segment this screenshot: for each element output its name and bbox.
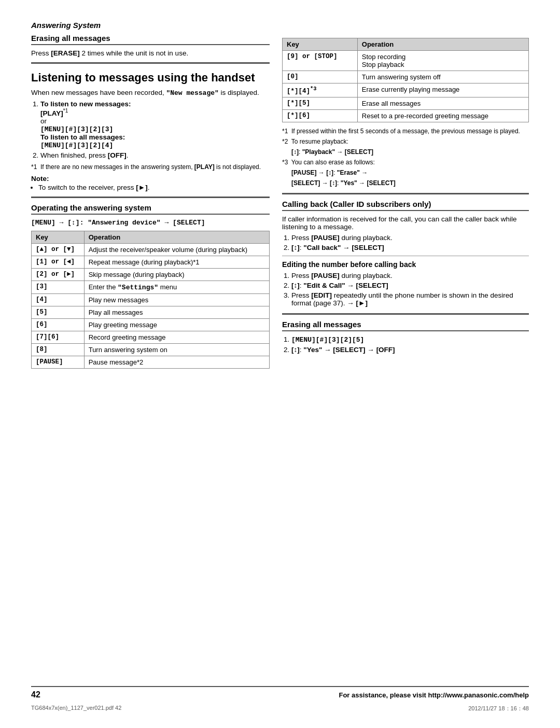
- page-footer: 42 For assistance, please visit http://w…: [0, 686, 560, 712]
- key-cell: [▲] or [▼]: [32, 243, 85, 256]
- left-column: Erasing all messages Press [ERASE] 2 tim…: [31, 34, 270, 369]
- footer-bottom: TG684x7x(en)_1127_ver021.pdf 42 2012/11/…: [31, 705, 529, 712]
- right-footnotes: *1 If pressed within the first 5 seconds…: [282, 128, 529, 187]
- cb-step1: Press [PAUSE] during playback.: [291, 234, 529, 242]
- fn3-detail1: [PAUSE] → [↕]: "Erase" →: [291, 169, 529, 176]
- op-cell: Reset to a pre-recorded greeting message: [357, 110, 528, 122]
- table2-col2-header: Operation: [357, 38, 528, 51]
- table-row: [6]Play greeting message: [32, 318, 270, 331]
- cb-step2: [↕]: "Call back" → [SELECT]: [291, 244, 529, 251]
- table-row: [*][6]Reset to a pre-recorded greeting m…: [283, 110, 529, 122]
- editing-title: Editing the number before calling back: [282, 260, 529, 269]
- op-cell: Erase all messages: [357, 97, 528, 110]
- date-info: 2012/11/27 18：16：48: [468, 705, 529, 712]
- operating-menu: [MENU] → [↕]: "Answering device" → [SELE…: [31, 219, 270, 227]
- divider4: [282, 256, 529, 256]
- divider2: [31, 197, 270, 198]
- calling-back-title: Calling back (Caller ID subscribers only…: [282, 200, 529, 211]
- op-cell: Play all messages: [84, 306, 269, 318]
- listening-steps: To listen to new messages: [PLAY]*1 or […: [40, 100, 270, 159]
- op-cell: Repeat message (during playback)*1: [84, 256, 269, 268]
- fn2-right: *2 To resume playback:: [282, 138, 529, 145]
- key-cell: [1] or [◄]: [32, 256, 85, 268]
- table-row: [*][5]Erase all messages: [283, 97, 529, 110]
- operating-table: Key Operation [▲] or [▼]Adjust the recei…: [31, 231, 270, 369]
- op-cell: Skip message (during playback): [84, 268, 269, 281]
- erasing-body-top: Press [ERASE] 2 times while the unit is …: [31, 49, 270, 57]
- operating-section: Operating the answering system [MENU] → …: [31, 203, 270, 369]
- listening-step1: To listen to new messages: [PLAY]*1 or […: [40, 100, 270, 149]
- note-item1: To switch to the receiver, press [►].: [38, 184, 270, 191]
- key-cell: [*][5]: [283, 97, 358, 110]
- listening-section: Listening to messages using the handset …: [31, 71, 270, 191]
- ed-step1: Press [PAUSE] during playback.: [291, 272, 529, 279]
- editing-section: Editing the number before calling back P…: [282, 260, 529, 307]
- right-table: Key Operation [9] or [STOP]Stop recordin…: [282, 38, 529, 122]
- table-row: [8]Turn answering system on: [32, 343, 270, 356]
- divider5: [282, 313, 529, 315]
- table-row: [5]Play all messages: [32, 306, 270, 318]
- er2-step1: [MENU][#][3][2][5]: [291, 335, 529, 344]
- editing-steps: Press [PAUSE] during playback. [↕]: "Edi…: [291, 272, 529, 307]
- fn3-right: *3 You can also erase as follows:: [282, 159, 529, 166]
- op-cell: Turn answering system on: [84, 343, 269, 356]
- erasing-title-top: Erasing all messages: [31, 34, 270, 45]
- key-cell: [5]: [32, 306, 85, 318]
- divider3: [282, 193, 529, 194]
- table-row: [3]Enter the "Settings" menu: [32, 281, 270, 293]
- key-cell: [7][6]: [32, 331, 85, 343]
- file-info: TG684x7x(en)_1127_ver021.pdf 42: [31, 705, 121, 712]
- right-column: Key Operation [9] or [STOP]Stop recordin…: [282, 34, 529, 358]
- fn3-detail2: [SELECT] → [↕]: "Yes" → [SELECT]: [291, 179, 529, 187]
- ed-step3: Press [EDIT] repeatedly until the phone …: [291, 291, 529, 307]
- page: Answering System Erasing all messages Pr…: [0, 0, 560, 728]
- fn2-detail: [↕]: "Playback" → [SELECT]: [291, 148, 529, 156]
- table-row: [1] or [◄]Repeat message (during playbac…: [32, 256, 270, 268]
- table-row: [4]Play new messages: [32, 293, 270, 306]
- calling-back-section: Calling back (Caller ID subscribers only…: [282, 200, 529, 251]
- op-cell: Erase currently playing message: [357, 83, 528, 97]
- op-cell: Enter the "Settings" menu: [84, 281, 269, 293]
- table-row: [0]Turn answering system off: [283, 71, 529, 83]
- key-cell: [3]: [32, 281, 85, 293]
- ed-step2: [↕]: "Edit & Call" → [SELECT]: [291, 282, 529, 289]
- table-row: [▲] or [▼]Adjust the receiver/speaker vo…: [32, 243, 270, 256]
- divider1: [31, 62, 270, 64]
- er2-step2: [↕]: "Yes" → [SELECT] → [OFF]: [291, 346, 529, 354]
- key-cell: [2] or [►]: [32, 268, 85, 281]
- erasing-title-right: Erasing all messages: [282, 320, 529, 331]
- listening-footnote1: *1 If there are no new messages in the a…: [31, 163, 270, 171]
- table2-col1-header: Key: [283, 38, 358, 51]
- table-row: [9] or [STOP]Stop recording Stop playbac…: [283, 51, 529, 71]
- key-cell: [0]: [283, 71, 358, 83]
- operating-title: Operating the answering system: [31, 203, 270, 215]
- help-text: For assistance, please visit http://www.…: [339, 691, 529, 699]
- table-row: [2] or [►]Skip message (during playback): [32, 268, 270, 281]
- note-block: Note: To switch to the receiver, press […: [31, 175, 270, 191]
- op-cell: Adjust the receiver/speaker volume (duri…: [84, 243, 269, 256]
- key-cell: [4]: [32, 293, 85, 306]
- op-cell: Stop recording Stop playback: [357, 51, 528, 71]
- op-cell: Play new messages: [84, 293, 269, 306]
- erasing-right-steps: [MENU][#][3][2][5] [↕]: "Yes" → [SELECT]…: [291, 335, 529, 354]
- op-cell: Play greeting message: [84, 318, 269, 331]
- erasing-section-right: Erasing all messages [MENU][#][3][2][5] …: [282, 320, 529, 354]
- key-cell: [*][6]: [283, 110, 358, 122]
- key-cell: [PAUSE]: [32, 356, 85, 368]
- two-col-layout: Erasing all messages Press [ERASE] 2 tim…: [31, 34, 529, 369]
- note-label: Note:: [31, 175, 270, 183]
- table1-col1-header: Key: [32, 231, 85, 243]
- listening-body: When new messages have been recorded, "N…: [31, 89, 270, 97]
- table-row: [PAUSE]Pause message*2: [32, 356, 270, 368]
- footer-top: 42 For assistance, please visit http://w…: [31, 686, 529, 699]
- key-cell: [6]: [32, 318, 85, 331]
- fn1-right: *1 If pressed within the first 5 seconds…: [282, 128, 529, 135]
- listening-step2: When finished, press [OFF].: [40, 151, 270, 159]
- op-cell: Pause message*2: [84, 356, 269, 368]
- erasing-section-top: Erasing all messages Press [ERASE] 2 tim…: [31, 34, 270, 57]
- op-cell: Turn answering system off: [357, 71, 528, 83]
- calling-back-steps: Press [PAUSE] during playback. [↕]: "Cal…: [291, 234, 529, 251]
- calling-back-body: If caller information is received for th…: [282, 215, 529, 231]
- op-cell: Record greeting message: [84, 331, 269, 343]
- table1-col2-header: Operation: [84, 231, 269, 243]
